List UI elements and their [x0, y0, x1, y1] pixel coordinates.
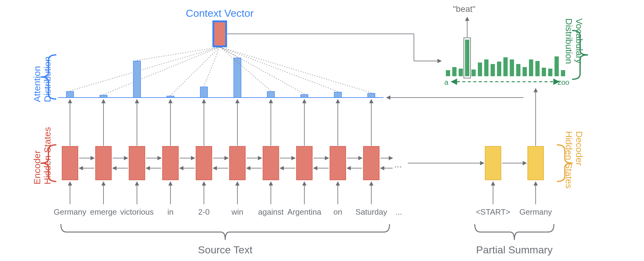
source-token: Argentina: [287, 207, 321, 217]
vocab-bar: [503, 57, 508, 76]
vocabulary-distribution-label: Vocabulary Distribution: [564, 18, 584, 64]
source-token: on: [334, 207, 342, 217]
encoder-state-box: [62, 146, 78, 180]
attention-to-context-line: [220, 47, 304, 94]
attention-bar: [368, 93, 375, 98]
encoder-state-box: [229, 146, 245, 180]
source-token: victorious: [120, 207, 154, 217]
vocab-bar: [465, 40, 469, 76]
source-token: against: [258, 207, 284, 217]
vocab-bar: [561, 70, 565, 76]
encoder-hidden-states-label: Encoder Hidden States: [32, 127, 53, 184]
attention-to-context-line: [220, 47, 371, 93]
encoder-state-box: [363, 146, 379, 180]
vocab-bar: [535, 61, 540, 76]
encoder-line1: Encoder: [32, 150, 42, 184]
attention-to-context-line: [103, 47, 220, 95]
decoder-hidden-states-label: Decoder Hidden States: [564, 131, 584, 188]
target-token: <START>: [476, 207, 510, 217]
source-token: Germany: [54, 207, 86, 217]
partial-summary-brace: [475, 224, 554, 240]
encoder-state-box: [96, 146, 111, 180]
encoder-line2: Hidden States: [42, 127, 52, 184]
vocab-bar: [459, 69, 463, 76]
source-token: Saturday: [355, 207, 387, 217]
attention-to-context-line: [220, 47, 338, 91]
vocab-bar: [548, 69, 552, 76]
vocab-bar: [529, 59, 533, 76]
vocab-bar: [523, 67, 527, 76]
decoder-line2: Hidden States: [564, 131, 574, 188]
attention-to-context-line: [170, 47, 220, 95]
source-token: in: [167, 207, 173, 217]
attention-bar: [200, 87, 208, 98]
encoder-state-box: [163, 146, 178, 180]
encoder-ellipsis: ...: [394, 159, 402, 170]
attention-bar: [334, 92, 341, 98]
attention-bar: [301, 95, 308, 98]
attention-bar: [100, 95, 107, 98]
source-token: win: [231, 207, 243, 217]
attention-bar: [234, 58, 241, 98]
source-token: 2-0: [198, 207, 210, 217]
attention-bar: [167, 96, 174, 98]
attention-to-context-line: [204, 47, 220, 86]
token-ellipsis: ...: [395, 207, 402, 217]
vocab-bar: [497, 62, 501, 76]
context-vector-label: Context Vector: [186, 7, 254, 19]
vocab-bar: [491, 64, 495, 76]
attention-bar: [267, 91, 275, 98]
vocab-highlight-box: [464, 38, 471, 78]
encoder-state-box: [296, 146, 312, 180]
vocab-bar: [471, 70, 476, 76]
context-vector-box: [213, 21, 226, 46]
predicted-token-label: "beat": [453, 4, 475, 14]
encoder-state-box: [263, 146, 279, 180]
target-token: Germany: [520, 207, 552, 217]
attention-to-context-line: [70, 47, 220, 91]
vocab-bar: [446, 70, 450, 76]
decoder-state-box: [528, 146, 544, 180]
vocab-bar: [484, 59, 488, 76]
vocab-start-tick: a: [444, 78, 448, 87]
source-text-brace: [61, 224, 390, 240]
decoder-state-box: [485, 146, 501, 180]
source-token: emerge: [90, 207, 117, 217]
attention-to-context-line: [137, 47, 220, 60]
source-text-label: Source Text: [198, 244, 253, 256]
attention-to-context-line: [220, 47, 271, 91]
partial-summary-label: Partial Summary: [476, 244, 552, 256]
attention-distribution-label: Attention Distribution: [32, 56, 53, 102]
decoder-line1: Decoder: [574, 131, 584, 166]
attention-to-context-line: [220, 47, 237, 57]
vocab-bar: [510, 59, 514, 76]
attention-bar: [66, 91, 74, 98]
vocab-line1: Vocabulary: [574, 18, 584, 63]
vocab-bar: [478, 63, 482, 76]
vocab-bar: [452, 67, 457, 76]
vocab-end-tick: zoo: [558, 78, 569, 87]
encoder-state-box: [330, 146, 346, 180]
vocab-bar: [516, 64, 520, 76]
attention-bar: [133, 61, 141, 98]
vocab-bar: [555, 56, 559, 76]
attention-line2: Distribution: [42, 56, 52, 102]
vocab-bar: [542, 68, 546, 76]
encoder-state-box: [129, 146, 145, 180]
attention-line1: Attention: [32, 66, 42, 102]
encoder-state-box: [196, 146, 212, 180]
vocab-line2: Distribution: [564, 18, 574, 64]
